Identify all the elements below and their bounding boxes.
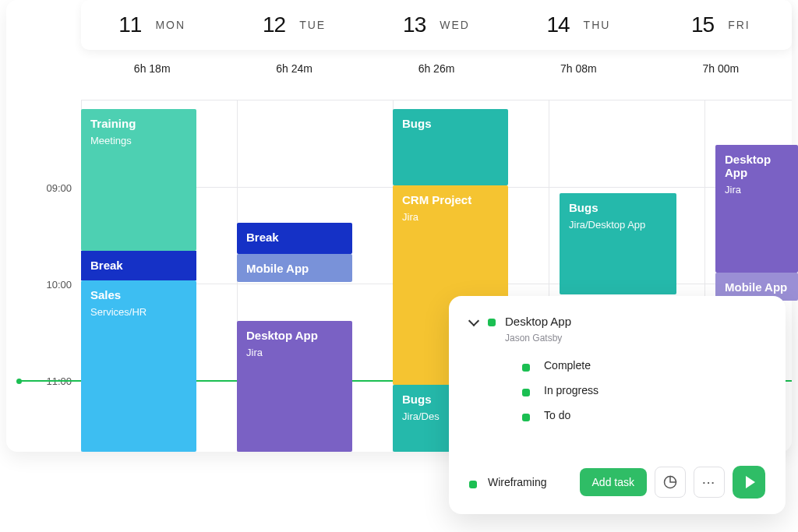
event-mobile-app[interactable]: Mobile App [237,254,352,282]
current-task-label: Wireframing [488,476,546,488]
event-sub: Jira [402,211,499,223]
status-label: To do [544,409,570,421]
chevron-down-icon[interactable] [469,316,478,326]
event-desktop-app[interactable]: Desktop App Jira [237,321,352,452]
event-title: Break [90,259,187,272]
status-list: Complete In progress To do [469,359,765,421]
popover-user: Jason Gatsby [505,333,571,344]
day-duration: 7h 08m [507,62,649,75]
day-number: 15 [691,12,714,37]
pie-chart-icon [663,475,677,489]
event-title: Sales [90,288,187,301]
day-dow: WED [440,19,470,31]
event-title: Desktop App [725,153,789,179]
popover-title: Desktop App [505,315,571,328]
current-task[interactable]: Wireframing [469,476,572,488]
day-header-mon[interactable]: 11 MON [81,0,223,50]
status-label: Complete [544,359,591,372]
day-number: 13 [403,12,425,37]
event-break[interactable]: Break [81,251,196,280]
more-button[interactable]: ··· [694,467,725,498]
event-bugs[interactable]: Bugs Jira/Des [393,385,455,452]
event-training[interactable]: Training Meetings [81,109,196,251]
status-dot-icon [522,364,530,372]
status-dot-icon [522,389,530,396]
day-durations: 6h 18m 6h 24m 6h 26m 7h 08m 7h 00m [81,62,792,75]
status-label: In progress [544,384,598,396]
day-duration: 7h 00m [650,62,792,75]
event-desktop-app[interactable]: Desktop App Jira [715,145,798,273]
status-option-complete[interactable]: Complete [522,359,765,372]
day-header-wed[interactable]: 13 WED [365,0,507,50]
day-duration: 6h 24m [223,62,365,75]
event-title: CRM Project [402,193,499,206]
status-dot-icon [488,319,496,326]
event-title: Training [90,117,187,130]
event-sales[interactable]: Sales Services/HR [81,280,196,452]
event-title: Bugs [569,201,667,214]
day-dow: MON [155,19,185,31]
event-break[interactable]: Break [237,223,352,254]
task-popover: Desktop App Jason Gatsby Complete In pro… [449,296,786,514]
event-title: Bugs [402,393,446,406]
day-dow: FRI [728,19,750,31]
event-title: Mobile App [725,280,789,294]
popover-header: Desktop App Jason Gatsby [469,315,765,344]
day-dow: TUE [299,19,326,31]
event-sub: Jira/Des [402,410,446,422]
more-horizontal-icon: ··· [702,477,715,488]
event-sub: Services/HR [90,306,187,318]
day-dow: THU [584,19,611,31]
event-sub: Jira/Desktop App [569,219,667,231]
event-sub: Meetings [90,135,187,146]
day-number: 14 [546,12,569,37]
day-duration: 6h 26m [365,62,507,75]
day-header-tue[interactable]: 12 TUE [223,0,365,50]
event-bugs[interactable]: Bugs Jira/Desktop App [560,193,676,294]
event-bugs[interactable]: Bugs [393,109,508,185]
event-title: Break [246,231,343,244]
event-sub: Jira [246,347,343,358]
day-number: 12 [263,12,285,37]
day-number: 11 [118,12,141,37]
day-header-fri[interactable]: 15 FRI [650,0,792,50]
report-button[interactable] [655,467,686,498]
time-label-1000: 10:00 [25,279,72,291]
popover-footer: Wireframing Add task ··· [469,466,765,499]
event-title: Mobile App [246,262,343,275]
start-timer-button[interactable] [733,466,765,499]
status-option-in-progress[interactable]: In progress [522,384,765,396]
add-task-button[interactable]: Add task [580,468,647,496]
event-title: Bugs [402,117,499,130]
status-dot-icon [522,414,530,421]
status-option-todo[interactable]: To do [522,409,765,421]
event-sub: Jira [725,184,789,196]
play-icon [746,476,755,488]
day-header-thu[interactable]: 14 THU [507,0,649,50]
status-dot-icon [469,481,477,488]
day-header: 11 MON 12 TUE 13 WED 14 THU 15 FRI [81,0,792,50]
time-label-0900: 09:00 [25,182,72,194]
event-title: Desktop App [246,329,343,342]
day-duration: 6h 18m [81,62,223,75]
